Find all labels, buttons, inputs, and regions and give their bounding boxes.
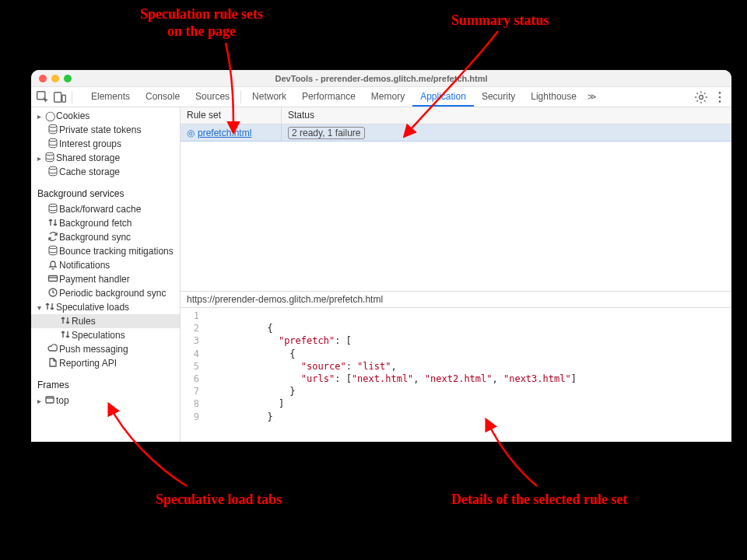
sidebar-item-periodic[interactable]: Periodic background sync — [31, 286, 180, 300]
sidebar-item-speculations[interactable]: Speculations — [31, 328, 180, 342]
inspect-icon[interactable] — [36, 90, 50, 104]
ruleset-name: prefetch.html — [198, 128, 251, 138]
svg-rect-2 — [62, 95, 66, 102]
sidebar-item-background-sync[interactable]: Background sync — [31, 230, 180, 244]
device-icon[interactable] — [53, 90, 67, 104]
svg-point-3 — [700, 95, 703, 99]
sync-icon — [47, 231, 59, 244]
document-icon — [47, 357, 59, 370]
sidebar-item-background-fetch[interactable]: Background fetch — [31, 216, 180, 230]
annotation-label: Speculation rule sets on the page — [140, 6, 263, 40]
sidebar-item-label: Rules — [72, 316, 96, 327]
application-sidebar: ▸◯ Cookies Private state tokens Interest… — [31, 107, 181, 442]
ruleset-table-body: ◎ prefetch.html 2 ready, 1 failure — [181, 124, 731, 291]
settings-icon[interactable] — [694, 90, 708, 104]
sidebar-item-payment[interactable]: Payment handler — [31, 272, 180, 286]
column-header-status[interactable]: Status — [282, 107, 731, 124]
svg-rect-13 — [49, 275, 58, 281]
database-icon — [47, 245, 59, 258]
sidebar-section-frames: Frames — [31, 370, 180, 394]
sidebar-item-label: Periodic background sync — [59, 288, 166, 299]
tab-console[interactable]: Console — [138, 87, 188, 107]
tab-network[interactable]: Network — [244, 87, 294, 107]
status-badge: 2 ready, 1 failure — [288, 127, 365, 139]
svg-point-10 — [49, 166, 57, 170]
sidebar-item-label: Private state tokens — [59, 124, 141, 135]
sidebar-item-private-state-tokens[interactable]: Private state tokens — [31, 123, 180, 137]
sidebar-item-label: Push messaging — [59, 344, 128, 355]
svg-point-9 — [46, 152, 54, 156]
sidebar-item-label: Speculative loads — [56, 302, 129, 313]
sidebar-item-label: Speculations — [72, 330, 125, 341]
sidebar-section-background: Background services — [31, 179, 180, 202]
sidebar-item-interest-groups[interactable]: Interest groups — [31, 137, 180, 151]
sidebar-item-speculative-loads[interactable]: ▾ Speculative loads — [31, 300, 180, 314]
sidebar-item-bfcache[interactable]: Back/forward cache — [31, 202, 180, 216]
ruleset-code[interactable]: 1 2 3 4 5 6 7 8 9 { "prefetch": [ { "sou… — [181, 308, 731, 442]
database-icon — [47, 138, 59, 151]
svg-point-4 — [719, 92, 721, 94]
panel-tabs: Elements Console Sources Network Perform… — [83, 87, 600, 107]
tab-performance[interactable]: Performance — [294, 87, 363, 107]
tab-security[interactable]: Security — [474, 87, 523, 107]
column-header-rule-set[interactable]: Rule set — [181, 107, 282, 124]
titlebar: DevTools - prerender-demos.glitch.me/pre… — [31, 70, 731, 87]
sidebar-item-cookies[interactable]: ▸◯ Cookies — [31, 109, 180, 123]
frame-icon — [44, 394, 56, 408]
tab-application[interactable]: Application — [412, 87, 474, 107]
sidebar-item-top-frame[interactable]: ▸ top — [31, 394, 180, 408]
devtools-toolbar: Elements Console Sources Network Perform… — [31, 87, 731, 107]
tab-memory[interactable]: Memory — [363, 87, 412, 107]
line-gutter: 1 2 3 4 5 6 7 8 9 — [181, 310, 205, 440]
svg-point-6 — [719, 100, 721, 103]
sidebar-item-push[interactable]: Push messaging — [31, 342, 180, 356]
database-icon — [47, 203, 59, 216]
svg-point-7 — [49, 124, 57, 128]
svg-point-12 — [49, 246, 57, 249]
sidebar-item-label: Cookies — [56, 110, 89, 121]
database-icon — [44, 152, 56, 165]
detail-url: https://prerender-demos.glitch.me/prefet… — [181, 291, 731, 308]
annotation-label: Speculative load tabs — [156, 492, 282, 509]
sidebar-item-label: Payment handler — [59, 274, 130, 285]
clock-icon — [47, 287, 59, 300]
updown-icon — [44, 301, 56, 314]
ruleset-table-header: Rule set Status — [181, 107, 731, 124]
cookie-icon: ◯ — [44, 110, 56, 121]
sidebar-item-cache-storage[interactable]: Cache storage — [31, 165, 180, 179]
card-icon — [47, 273, 59, 286]
sidebar-item-rules[interactable]: Rules — [31, 314, 180, 328]
sidebar-item-label: Shared storage — [56, 152, 120, 163]
sidebar-item-label: Reporting API — [59, 358, 117, 369]
database-icon — [47, 124, 59, 137]
svg-point-8 — [49, 138, 57, 142]
sidebar-item-reporting[interactable]: Reporting API — [31, 356, 180, 370]
annotation-label: Summary status — [451, 12, 549, 30]
tab-sources[interactable]: Sources — [188, 87, 237, 107]
more-tabs-icon[interactable]: ≫ — [584, 92, 600, 102]
sidebar-item-label: Bounce tracking mitigations — [59, 246, 174, 257]
devtools-window: DevTools - prerender-demos.glitch.me/pre… — [31, 70, 731, 442]
target-icon: ◎ — [187, 128, 195, 138]
sidebar-item-label: Notifications — [59, 260, 110, 271]
sidebar-item-notifications[interactable]: Notifications — [31, 258, 180, 272]
code-content: { "prefetch": [ { "source": "list", "url… — [205, 310, 577, 440]
sidebar-item-label: Background sync — [59, 232, 131, 243]
divider — [72, 91, 72, 103]
updown-icon — [59, 315, 72, 328]
sidebar-item-label: top — [56, 395, 69, 406]
tab-lighthouse[interactable]: Lighthouse — [523, 87, 584, 107]
sidebar-item-bounce[interactable]: Bounce tracking mitigations — [31, 244, 180, 258]
kebab-menu-icon[interactable] — [713, 90, 727, 104]
divider — [240, 91, 241, 103]
cloud-icon — [47, 343, 59, 356]
annotation-label: Details of the selected rule set — [451, 492, 627, 509]
sidebar-item-label: Cache storage — [59, 166, 120, 177]
svg-rect-1 — [54, 92, 61, 101]
bell-icon — [47, 259, 59, 272]
tab-elements[interactable]: Elements — [83, 87, 138, 107]
sidebar-item-label: Interest groups — [59, 138, 121, 149]
svg-rect-15 — [46, 397, 54, 403]
sidebar-item-shared-storage[interactable]: ▸ Shared storage — [31, 151, 180, 165]
ruleset-row[interactable]: ◎ prefetch.html 2 ready, 1 failure — [181, 124, 731, 142]
